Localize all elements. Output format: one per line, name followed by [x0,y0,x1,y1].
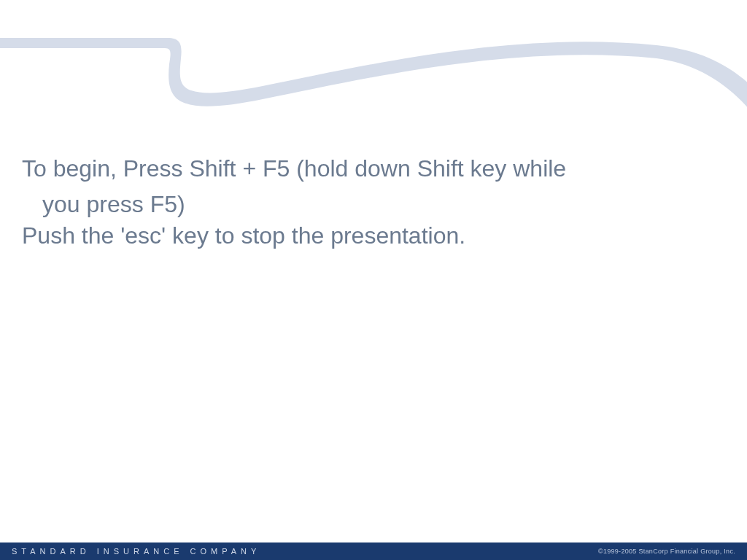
swoosh-icon [0,0,747,160]
instruction-line-2: Push the 'esc' key to stop the presentat… [22,220,718,252]
header-swoosh-graphic [0,0,747,146]
footer-company-name: STANDARD INSURANCE COMPANY [12,547,260,556]
instruction-line-1: To begin, Press Shift + F5 (hold down Sh… [22,153,718,184]
instruction-line-1-continued: you press F5) [22,189,718,220]
footer-copyright: ©1999-2005 StanCorp Financial Group, Inc… [598,548,735,555]
slide-footer: STANDARD INSURANCE COMPANY ©1999-2005 St… [0,542,747,560]
slide-body-text: To begin, Press Shift + F5 (hold down Sh… [22,153,718,252]
